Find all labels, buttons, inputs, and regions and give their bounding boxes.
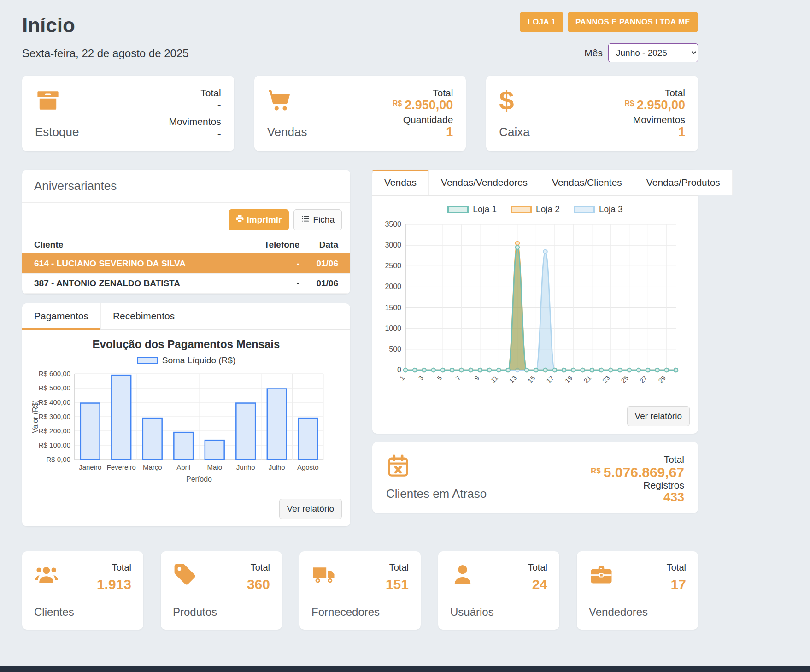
caixa-card: $ Caixa Total R$2.950,00 Movimentos 1 xyxy=(486,76,698,151)
svg-text:R$ 200,00: R$ 200,00 xyxy=(39,427,70,435)
tag-icon xyxy=(173,562,198,587)
payments-legend: Soma Líquido (R$) xyxy=(22,355,350,365)
bottom-row: Clientes Total 1.913 Produtos Total 360 xyxy=(22,551,698,630)
tab-vendas-vendedores[interactable]: Vendas/Vendedores xyxy=(429,170,540,195)
fornecedores-label: Fornecedores xyxy=(311,606,380,619)
late-registros-label: Registros xyxy=(591,480,684,491)
fornecedores-total-value: 151 xyxy=(386,577,409,592)
svg-text:3500: 3500 xyxy=(385,220,401,228)
table-row[interactable]: 387 - ANTONIO ZENALDO BATISTA - 01/06 xyxy=(22,274,350,294)
svg-text:Valor (R$): Valor (R$) xyxy=(31,400,39,433)
sales-card: Vendas Vendas/Vendedores Vendas/Clientes… xyxy=(372,170,698,434)
vendas-label: Vendas xyxy=(267,125,307,139)
late-clients-card: Clientes em Atraso Total R$5.076.869,67 … xyxy=(372,442,698,513)
birthdays-title: Aniversariantes xyxy=(22,170,350,203)
late-clients-title: Clientes em Atraso xyxy=(386,487,487,501)
caixa-total-value: R$2.950,00 xyxy=(624,99,685,112)
list-icon xyxy=(301,214,310,225)
clientes-total-value: 1.913 xyxy=(97,577,131,592)
company-button[interactable]: PANNOS E PANNOS LTDA ME xyxy=(568,12,698,32)
col-phone: Telefone xyxy=(249,236,304,254)
sales-report-button[interactable]: Ver relatório xyxy=(627,406,690,426)
dollar-icon: $ xyxy=(499,88,525,113)
svg-text:23: 23 xyxy=(601,374,611,384)
caixa-label: Caixa xyxy=(499,125,529,139)
stats-row: Estoque Total - Movimentos - Vendas xyxy=(22,76,698,151)
tab-vendas[interactable]: Vendas xyxy=(372,170,429,195)
late-total-label: Total xyxy=(591,454,684,465)
caixa-total-label: Total xyxy=(624,88,685,99)
table-row[interactable]: 254 - JAQUELINE SOARES CORREIA (NELMA - … xyxy=(22,294,350,295)
print-button[interactable]: Imprimir xyxy=(229,209,289,230)
estoque-label: Estoque xyxy=(35,125,79,139)
svg-text:Abril: Abril xyxy=(176,463,190,471)
svg-text:27: 27 xyxy=(638,374,648,384)
svg-text:R$ 0,00: R$ 0,00 xyxy=(46,455,70,463)
vendedores-card: Vendedores Total 17 xyxy=(577,551,698,630)
col-date: Data xyxy=(304,236,350,254)
clientes-total-label: Total xyxy=(97,562,131,573)
usuarios-card: Usuários Total 24 xyxy=(438,551,559,630)
late-registros-value: 433 xyxy=(591,491,684,505)
svg-text:15: 15 xyxy=(526,374,536,384)
svg-text:R$ 300,00: R$ 300,00 xyxy=(39,413,70,420)
sales-line-chart: 0500100015002000250030003500135791113151… xyxy=(377,218,683,399)
payments-report-button[interactable]: Ver relatório xyxy=(279,499,342,519)
legend-swatch xyxy=(137,357,158,364)
produtos-card: Produtos Total 360 xyxy=(161,551,282,630)
svg-text:17: 17 xyxy=(545,374,555,384)
vendas-total-value: R$2.950,00 xyxy=(393,99,453,112)
produtos-total-label: Total xyxy=(247,562,270,573)
clientes-card: Clientes Total 1.913 xyxy=(22,551,143,630)
usuarios-total-label: Total xyxy=(528,562,547,573)
sales-legend: Loja 1 Loja 2 Loja 3 xyxy=(372,204,698,214)
person-icon xyxy=(450,562,475,587)
svg-text:29: 29 xyxy=(657,374,667,384)
box-icon xyxy=(35,88,61,113)
late-total-value: R$5.076.869,67 xyxy=(591,465,684,480)
svg-text:11: 11 xyxy=(489,374,499,384)
svg-text:25: 25 xyxy=(620,374,630,384)
svg-text:Fevereiro: Fevereiro xyxy=(107,463,136,471)
store-button[interactable]: LOJA 1 xyxy=(520,12,563,32)
table-row[interactable]: 614 - LUCIANO SEVERINO DA SILVA - 01/06 xyxy=(22,254,350,274)
svg-text:Período: Período xyxy=(186,475,212,483)
svg-text:3: 3 xyxy=(417,374,425,382)
svg-text:13: 13 xyxy=(508,374,518,384)
tab-vendas-produtos[interactable]: Vendas/Produtos xyxy=(634,170,733,195)
printer-icon xyxy=(235,214,244,225)
estoque-card: Estoque Total - Movimentos - xyxy=(22,76,234,151)
legend-label-loja2: Loja 2 xyxy=(536,204,560,214)
legend-swatch-loja2 xyxy=(511,206,532,213)
legend-swatch-loja3 xyxy=(574,206,595,213)
header-right: LOJA 1 PANNOS E PANNOS LTDA ME Mês Junho… xyxy=(520,12,698,62)
svg-text:2000: 2000 xyxy=(385,283,401,290)
payments-bar-chart: R$ 0,00R$ 100,00R$ 200,00R$ 300,00R$ 400… xyxy=(29,369,329,485)
fornecedores-total-label: Total xyxy=(386,562,409,573)
tab-pagamentos[interactable]: Pagamentos xyxy=(22,303,101,329)
produtos-label: Produtos xyxy=(173,606,217,619)
col-client: Cliente xyxy=(22,236,249,254)
tab-vendas-clientes[interactable]: Vendas/Clientes xyxy=(540,170,634,195)
estoque-mov-value: - xyxy=(169,127,221,139)
month-select[interactable]: Junho - 2025 xyxy=(608,43,698,62)
estoque-total-value: - xyxy=(169,99,221,111)
caixa-mov-value: 1 xyxy=(624,125,685,139)
people-icon xyxy=(34,562,59,587)
svg-text:9: 9 xyxy=(473,374,481,382)
svg-text:1000: 1000 xyxy=(385,324,401,332)
svg-text:R$ 400,00: R$ 400,00 xyxy=(39,398,70,406)
tab-recebimentos[interactable]: Recebimentos xyxy=(101,303,187,329)
ficha-button[interactable]: Ficha xyxy=(293,209,342,230)
truck-icon xyxy=(311,562,336,587)
payments-chart-title: Evolução dos Pagamentos Mensais xyxy=(22,338,350,351)
fornecedores-card: Fornecedores Total 151 xyxy=(299,551,421,630)
month-label: Mês xyxy=(584,47,603,59)
bottom-bar xyxy=(0,666,810,672)
svg-text:2500: 2500 xyxy=(385,262,401,270)
cart-icon xyxy=(267,88,293,113)
svg-text:0: 0 xyxy=(397,366,401,374)
birthdays-table: Cliente Telefone Data 614 - LUCIANO SEVE… xyxy=(22,236,350,294)
svg-text:R$ 500,00: R$ 500,00 xyxy=(39,384,70,392)
svg-text:3000: 3000 xyxy=(385,241,401,249)
